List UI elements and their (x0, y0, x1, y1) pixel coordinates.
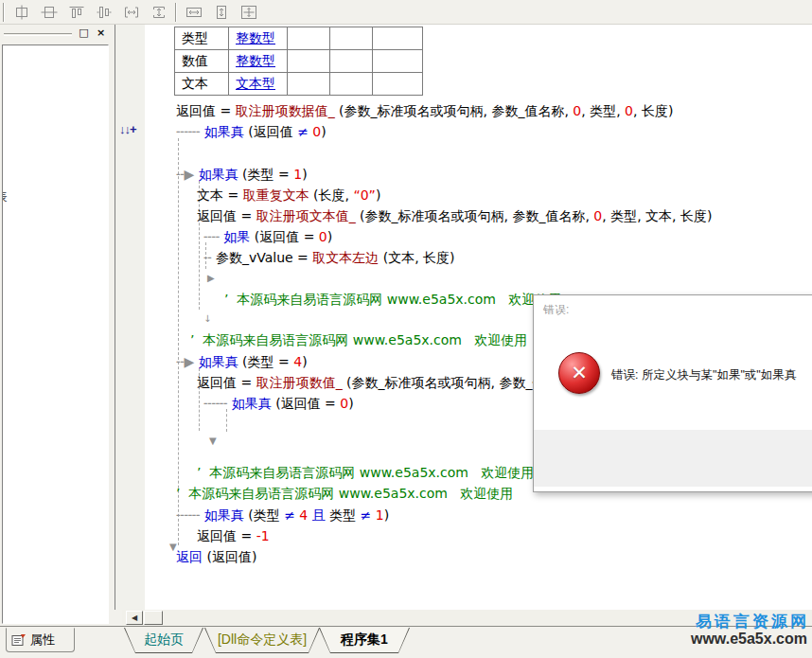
flow-marker[interactable]: ↓ (203, 311, 211, 326)
code-line[interactable]: ╌ 参数_vValue = 取文本左边 (文本, 长度) (203, 251, 455, 265)
flow-dashed-line (226, 409, 227, 432)
variable-cell[interactable] (330, 27, 373, 50)
code-line[interactable]: ╌╌╌ 如果真 (返回值 ≠ 0) (176, 125, 327, 139)
code-line[interactable]: ╌╌╌ 如果真 (返回值 = 0) (203, 397, 354, 411)
tab-dll-command-table[interactable]: [Dll命令定义表] (204, 628, 320, 653)
code-segment: ≠ (361, 507, 372, 523)
fit-both-icon[interactable] (235, 2, 262, 23)
code-segment: 如果 (223, 229, 250, 244)
code-segment: 1 (293, 167, 302, 182)
error-dialog-title: 错误: (543, 302, 569, 318)
code-line[interactable]: ╌╌ 如果 (返回值 = 0) (203, 230, 332, 244)
code-line[interactable]: ’ 本源码来自易语言源码网 www.e5a5x.com 欢迎使用 (197, 466, 534, 480)
code-segment: 取文本左边 (312, 250, 379, 265)
code-segment: , 长度) (633, 103, 673, 118)
code-segment: ) (302, 354, 307, 369)
code-segment: ╌╌╌ (203, 396, 232, 411)
variable-row: 文本文本型 (175, 73, 423, 96)
code-segment: 返回值 = (176, 103, 236, 118)
code-segment: 取注册项数值_ (256, 375, 343, 390)
code-segment: (长度, (309, 187, 354, 203)
flow-marker[interactable]: ▼ (209, 434, 217, 448)
variable-type-link[interactable]: 整数型 (229, 50, 288, 73)
code-segment: ’ 本源码来自易语言源码网 www.e5a5x.com 欢迎使用 (190, 332, 527, 347)
code-segment: 0 (340, 396, 348, 411)
code-segment: 文本 = (197, 187, 243, 203)
tab-program-assembly[interactable]: 程序集1 (319, 628, 410, 653)
code-line[interactable]: ’ 本源码来自易语言源码网 www.e5a5x.com 欢迎使用 (224, 293, 561, 307)
flow-dashed-line (178, 138, 179, 545)
code-line[interactable]: ’ 本源码来自易语言源码网 www.e5a5x.com 欢迎使用 (176, 487, 513, 501)
code-segment: ’ 本源码来自易语言源码网 www.e5a5x.com 欢迎使用 (176, 486, 513, 501)
code-line[interactable]: ’ 本源码来自易语言源码网 www.e5a5x.com 欢迎使用 (190, 333, 527, 347)
variable-cell[interactable] (330, 50, 373, 73)
flow-marker[interactable]: ▶ (207, 271, 215, 285)
variable-cell[interactable] (373, 50, 423, 73)
same-height-icon[interactable] (145, 2, 172, 23)
variable-cell[interactable] (288, 27, 330, 50)
panel-drag-grip[interactable] (4, 33, 72, 36)
flow-gutter-marker[interactable]: ↓↓+ (119, 122, 136, 136)
variable-cell[interactable] (373, 73, 423, 96)
center-horizontal-icon[interactable] (8, 2, 35, 23)
code-segment: ) (384, 507, 389, 523)
code-line[interactable]: ╌▶ 如果真 (类型 = 1) (176, 168, 308, 182)
code-segment: 取注册项数据值_ (236, 103, 335, 118)
scroll-thumb[interactable] (144, 611, 163, 625)
code-segment: “0” (353, 187, 375, 203)
code-line[interactable]: 返回值 = -1 (197, 529, 270, 543)
code-segment: 4 (299, 507, 308, 523)
scroll-left-button[interactable]: ◀ (126, 611, 143, 625)
code-line[interactable]: ╌▶ 如果真 (类型 = 4) (176, 355, 308, 369)
code-segment: (参数_标准项名或项句柄, 参数_值名称, (356, 208, 594, 223)
dialog-button-area (534, 430, 812, 487)
variable-cell[interactable]: 数值 (175, 50, 229, 73)
code-segment: (类型 = (238, 354, 294, 369)
code-segment: 取注册项文本值_ (256, 208, 356, 223)
toolbar-separator (175, 3, 177, 22)
code-line[interactable]: 返回值 = 取注册项数据值_ (参数_标准项名或项句柄, 参数_值名称, 0, … (176, 104, 673, 118)
code-segment: ╌╌╌ (176, 124, 204, 139)
code-segment: , 类型, 文本, 长度) (602, 208, 712, 223)
code-segment: ╌ (203, 250, 216, 265)
code-segment: (文本, 长度) (379, 250, 454, 265)
code-segment: (返回值 (244, 124, 297, 139)
variable-cell[interactable] (288, 50, 330, 73)
variable-type-link[interactable]: 文本型 (229, 73, 288, 96)
align-middle-icon[interactable] (90, 2, 117, 23)
tab-start-page[interactable]: 起始页 (124, 628, 203, 653)
panel-content-area[interactable]: 表 (2, 44, 109, 624)
code-segment: 取重复文本 (243, 187, 309, 203)
center-vertical-icon[interactable] (35, 2, 62, 23)
fit-width-icon[interactable] (180, 2, 207, 23)
code-segment: ╌╌╌ (176, 507, 204, 523)
properties-tab[interactable]: 属性 (6, 628, 75, 652)
properties-icon (11, 633, 26, 647)
fit-height-icon[interactable] (207, 2, 235, 23)
code-segment: 返回 (176, 549, 203, 564)
variable-type-link[interactable]: 整数型 (229, 27, 288, 50)
code-line[interactable]: 返回值 = 取注册项文本值_ (参数_标准项名或项句柄, 参数_值名称, 0, … (197, 209, 712, 223)
align-top-icon[interactable] (62, 2, 90, 23)
properties-panel: □ × 表 属性 (0, 25, 114, 658)
variable-cell[interactable]: 文本 (175, 73, 229, 96)
panel-maximize-button[interactable]: □ (77, 27, 91, 41)
code-segment: 0 (319, 229, 327, 244)
variable-cell[interactable]: 类型 (175, 27, 229, 50)
variable-cell[interactable] (373, 27, 423, 50)
code-segment: -1 (256, 528, 270, 543)
code-line[interactable]: 返回 (返回值) (176, 550, 256, 564)
code-segment: 参数_vValue = (216, 250, 312, 265)
alignment-toolbar (0, 0, 812, 25)
variable-cell[interactable] (288, 73, 330, 96)
code-line[interactable]: 文本 = 取重复文本 (长度, “0”) (197, 188, 380, 203)
panel-close-button[interactable]: × (94, 27, 108, 41)
same-width-icon[interactable] (117, 2, 145, 23)
clipped-table-text: 表 (2, 189, 8, 205)
tab-label: [Dll命令定义表] (205, 628, 319, 652)
error-message: 错误: 所定义块与某"如果"或"如果真 (611, 367, 796, 383)
variable-cell[interactable] (330, 73, 373, 96)
code-line[interactable]: ╌╌╌ 如果真 (类型 ≠ 4 且 类型 ≠ 1) (176, 508, 389, 523)
code-segment: , 类型, (581, 103, 625, 118)
code-segment: 0 (593, 208, 602, 223)
